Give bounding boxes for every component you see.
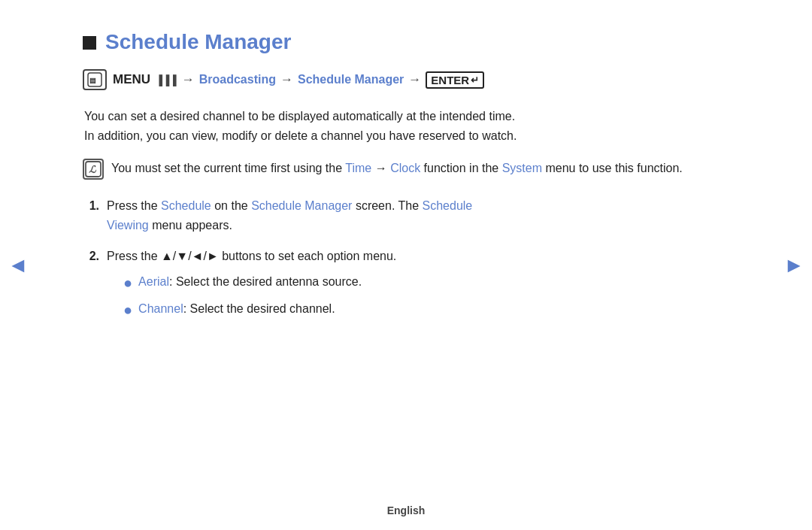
step-1-number: 1. [83, 196, 99, 216]
menu-icon: ▤ [83, 69, 107, 90]
description-line1: You can set a desired channel to be disp… [84, 110, 515, 123]
step-1: 1. Press the Schedule on the Schedule Ma… [83, 196, 752, 235]
note-text-before: You must set the current time first usin… [111, 162, 345, 174]
step-2-text: Press the ▲/▼/◄/► buttons to set each op… [107, 250, 396, 262]
bullet-dot-channel: ● [123, 299, 132, 320]
step-2: 2. Press the ▲/▼/◄/► buttons to set each… [83, 247, 752, 326]
steps-list: 1. Press the Schedule on the Schedule Ma… [83, 196, 752, 326]
breadcrumb-broadcasting: Broadcasting [199, 73, 276, 86]
bullet-channel: ● Channel: Select the desired channel. [123, 299, 752, 320]
title-row: Schedule Manager [83, 30, 752, 54]
note-time-link: Time [345, 162, 371, 174]
note-system-link: System [502, 162, 542, 174]
note-arrow: → [371, 162, 390, 174]
note-text: You must set the current time first usin… [111, 159, 683, 178]
title-icon [83, 36, 96, 50]
page-title: Schedule Manager [105, 30, 291, 54]
step-2-content: Press the ▲/▼/◄/► buttons to set each op… [107, 247, 752, 326]
step1-schedule-manager-link: Schedule Manager [251, 199, 352, 212]
breadcrumb: ▤ MENU ▐▐▐ → Broadcasting → Schedule Man… [83, 69, 752, 90]
description-line2: In addition, you can view, modify or del… [84, 129, 517, 142]
step1-schedule-link: Schedule [161, 199, 211, 212]
bullet-channel-text: Channel: Select the desired channel. [138, 299, 335, 319]
note-row: ℒ You must set the current time first us… [83, 159, 752, 180]
breadcrumb-menu-label: MENU [113, 72, 150, 87]
main-content: Schedule Manager ▤ MENU ▐▐▐ → Broadcasti… [60, 30, 752, 326]
note-text-middle: function in the [420, 162, 502, 174]
footer-language: English [387, 504, 426, 516]
breadcrumb-schedule-manager: Schedule Manager [298, 73, 404, 86]
svg-text:ℒ: ℒ [89, 164, 97, 175]
aerial-link: Aerial [138, 275, 169, 288]
breadcrumb-menu-lines: ▐▐▐ [156, 74, 177, 86]
breadcrumb-arrow1: → [182, 72, 195, 87]
step-1-content: Press the Schedule on the Schedule Manag… [107, 196, 752, 235]
channel-link: Channel [138, 302, 183, 315]
note-text-after: menu to use this function. [542, 162, 683, 174]
svg-text:▤: ▤ [89, 77, 96, 84]
step-2-number: 2. [83, 247, 99, 266]
breadcrumb-arrow3: → [408, 72, 421, 87]
bullet-aerial: ● Aerial: Select the desired antenna sou… [123, 272, 752, 293]
page-container: Schedule Manager ▤ MENU ▐▐▐ → Broadcasti… [0, 0, 812, 530]
bullet-dot-aerial: ● [123, 272, 132, 293]
note-clock-link: Clock [390, 162, 420, 174]
breadcrumb-arrow2: → [280, 72, 293, 87]
breadcrumb-enter: ENTER↵ [426, 71, 484, 89]
description-text: You can set a desired channel to be disp… [84, 107, 752, 145]
bullet-aerial-text: Aerial: Select the desired antenna sourc… [138, 272, 362, 292]
bullet-list: ● Aerial: Select the desired antenna sou… [123, 272, 752, 320]
note-icon: ℒ [83, 159, 104, 180]
